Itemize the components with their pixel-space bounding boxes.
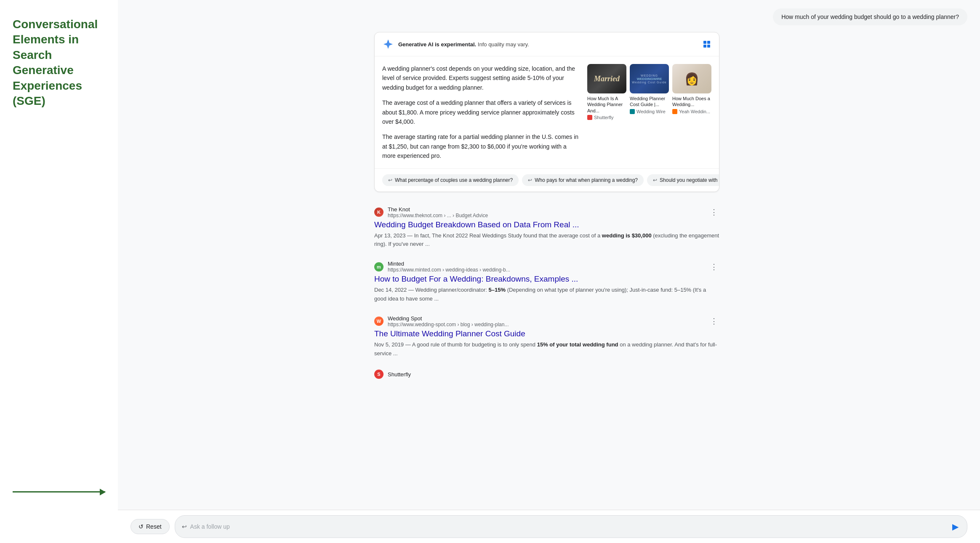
result-header-1: K The Knot https://www.theknot.com › ...… bbox=[374, 206, 719, 218]
sge-img-title-2: Wedding Planner Cost Guide |... bbox=[630, 96, 669, 108]
sge-img-source-3: Yeah Weddin... bbox=[672, 109, 711, 114]
sge-img-sourcename-2: Wedding Wire bbox=[636, 109, 666, 114]
result-item-3: W Wedding Spot https://www.wedding-spot.… bbox=[374, 309, 719, 364]
result-date-2: Dec 14, 2022 bbox=[374, 287, 407, 293]
sge-img-3: 👩 bbox=[672, 64, 711, 93]
sge-img-sourcename-3: Yeah Weddin... bbox=[679, 109, 710, 114]
suggestion-chip-2[interactable]: ↩ Who pays for what when planning a wedd… bbox=[522, 174, 644, 186]
result-site-4: Shutterfly bbox=[388, 371, 719, 378]
result-snippet-text-3: — A good rule of thumb for budgeting is … bbox=[405, 341, 535, 348]
follow-up-input[interactable]: ↩ Ask a follow up ▶ bbox=[175, 515, 967, 538]
sge-img-title-3: How Much Does a Wedding... bbox=[672, 96, 711, 108]
sge-img-card-3[interactable]: 👩 How Much Does a Wedding... Yeah Weddin… bbox=[672, 64, 711, 120]
chip-icon-1: ↩ bbox=[388, 177, 392, 183]
follow-up-placeholder: Ask a follow up bbox=[190, 523, 230, 530]
result-meta-4: Shutterfly bbox=[388, 371, 719, 378]
sge-img-card-2[interactable]: WEDDING WEDDINGWIRE Wedding Cost Guide W… bbox=[630, 64, 669, 120]
result-item-1: K The Knot https://www.theknot.com › ...… bbox=[374, 200, 719, 255]
favicon-theknot: K bbox=[374, 208, 383, 217]
sge-img-source-1: Shutterfly bbox=[587, 115, 626, 120]
result-snippet-bold-1: wedding is $30,000 bbox=[602, 232, 652, 239]
sge-label-bold: Generative AI is experimental. bbox=[398, 41, 476, 48]
sge-paragraph-3: The average starting rate for a partial … bbox=[382, 132, 579, 160]
sge-label: Generative AI is experimental. Info qual… bbox=[398, 41, 529, 48]
result-site-2: Minted bbox=[388, 261, 704, 267]
result-snippet-bold-2: 5–15% bbox=[489, 287, 506, 293]
arrow-line bbox=[13, 491, 105, 492]
weddingwire-favicon bbox=[630, 109, 635, 114]
sge-suggestions: ↩ What percentage of couples use a weddi… bbox=[375, 168, 719, 192]
chip-icon-3: ↩ bbox=[653, 177, 657, 183]
sge-img-sourcename-1: Shutterfly bbox=[594, 115, 613, 120]
result-meta-2: Minted https://www.minted.com › wedding-… bbox=[388, 261, 704, 273]
sge-img-1: Married bbox=[587, 64, 626, 93]
result-snippet-1: Apr 13, 2023 — In fact, The Knot 2022 Re… bbox=[374, 232, 719, 249]
sge-card: Generative AI is experimental. Info qual… bbox=[374, 32, 719, 192]
result-snippet-2: Dec 14, 2022 — Wedding planner/coordinat… bbox=[374, 286, 719, 303]
shutterfly-favicon-1 bbox=[587, 115, 592, 120]
suggestion-chip-1[interactable]: ↩ What percentage of couples use a weddi… bbox=[382, 174, 519, 186]
sge-images: Married How Much Is A Wedding Planner An… bbox=[587, 64, 711, 161]
search-results: K The Knot https://www.theknot.com › ...… bbox=[374, 200, 719, 387]
result-date-3: Nov 5, 2019 bbox=[374, 341, 404, 348]
result-title-3[interactable]: The Ultimate Wedding Planner Cost Guide bbox=[374, 329, 719, 338]
result-site-1: The Knot bbox=[388, 206, 704, 213]
favicon-minted: m bbox=[374, 262, 383, 272]
suggestion-text-1: What percentage of couples use a wedding… bbox=[395, 177, 513, 183]
left-panel: Conversational Elements in Search Genera… bbox=[0, 0, 118, 543]
reset-icon: ↺ bbox=[138, 523, 144, 530]
sge-paragraph-2: The average cost of a wedding planner th… bbox=[382, 98, 579, 126]
result-snippet-text-2: — Wedding planner/coordinator: bbox=[408, 287, 487, 293]
favicon-weddingspot: W bbox=[374, 317, 383, 326]
grid-dot-2 bbox=[707, 41, 710, 44]
sge-img-card-1[interactable]: Married How Much Is A Wedding Planner An… bbox=[587, 64, 626, 120]
result-url-2: https://www.minted.com › wedding-ideas ›… bbox=[388, 267, 704, 273]
bottom-bar: ↺ Reset ↩ Ask a follow up ▶ bbox=[118, 510, 980, 543]
result-more-1[interactable]: ⋮ bbox=[708, 208, 719, 217]
grid-dot-3 bbox=[703, 45, 706, 48]
weddingwire-logo: WEDDING WEDDINGWIRE Wedding Cost Guide bbox=[632, 74, 666, 84]
result-meta-1: The Knot https://www.theknot.com › ... ›… bbox=[388, 206, 704, 218]
suggestion-text-3: Should you negotiate with a we... bbox=[660, 177, 719, 183]
right-panel: How much of your wedding budget should g… bbox=[118, 0, 980, 543]
suggestion-chip-3[interactable]: ↩ Should you negotiate with a we... bbox=[647, 174, 719, 186]
favicon-shutterfly-result: S bbox=[374, 370, 383, 379]
result-snippet-text-1: — In fact, The Knot 2022 Real Weddings S… bbox=[407, 232, 600, 239]
follow-up-icon: ↩ bbox=[182, 523, 187, 530]
suggestion-text-2: Who pays for what when planning a weddin… bbox=[535, 177, 638, 183]
reset-label: Reset bbox=[146, 523, 162, 530]
sge-header: Generative AI is experimental. Info qual… bbox=[375, 32, 719, 56]
grid-dot-1 bbox=[703, 41, 706, 44]
sge-paragraph-1: A wedding planner's cost depends on your… bbox=[382, 64, 579, 92]
grid-icon[interactable] bbox=[702, 40, 711, 49]
result-more-3[interactable]: ⋮ bbox=[708, 317, 719, 326]
result-url-1: https://www.theknot.com › ... › Budget A… bbox=[388, 213, 704, 218]
result-url-3: https://www.wedding-spot.com › blog › we… bbox=[388, 322, 704, 327]
chip-icon-2: ↩ bbox=[528, 177, 532, 183]
reset-button[interactable]: ↺ Reset bbox=[130, 519, 170, 534]
result-more-2[interactable]: ⋮ bbox=[708, 262, 719, 272]
arrow-indicator bbox=[13, 491, 105, 492]
result-header-3: W Wedding Spot https://www.wedding-spot.… bbox=[374, 315, 719, 327]
sge-body: A wedding planner's cost depends on your… bbox=[375, 56, 719, 168]
result-snippet-3: Nov 5, 2019 — A good rule of thumb for b… bbox=[374, 341, 719, 358]
result-meta-3: Wedding Spot https://www.wedding-spot.co… bbox=[388, 315, 704, 327]
send-button[interactable]: ▶ bbox=[951, 520, 960, 533]
sge-text: A wedding planner's cost depends on your… bbox=[382, 64, 579, 161]
sge-img-source-2: Wedding Wire bbox=[630, 109, 669, 114]
result-snippet-bold-3: 15% of your total wedding fund bbox=[537, 341, 618, 348]
sge-header-left: Generative AI is experimental. Info qual… bbox=[382, 38, 529, 50]
yeahwedding-favicon bbox=[672, 109, 677, 114]
sge-img-title-1: How Much Is A Wedding Planner And... bbox=[587, 96, 626, 114]
sge-images-row: Married How Much Is A Wedding Planner An… bbox=[587, 64, 711, 120]
result-header-2: m Minted https://www.minted.com › weddin… bbox=[374, 261, 719, 273]
ai-icon bbox=[382, 38, 394, 50]
search-query-bubble: How much of your wedding budget should g… bbox=[773, 8, 967, 25]
result-item-2: m Minted https://www.minted.com › weddin… bbox=[374, 255, 719, 309]
result-item-4: S Shutterfly bbox=[374, 364, 719, 386]
result-site-3: Wedding Spot bbox=[388, 315, 704, 322]
result-title-2[interactable]: How to Budget For a Wedding: Breakdowns,… bbox=[374, 274, 719, 284]
sge-img-2: WEDDING WEDDINGWIRE Wedding Cost Guide bbox=[630, 64, 669, 93]
result-title-1[interactable]: Wedding Budget Breakdown Based on Data F… bbox=[374, 220, 719, 229]
sge-label-sub: Info quality may vary. bbox=[478, 41, 529, 48]
